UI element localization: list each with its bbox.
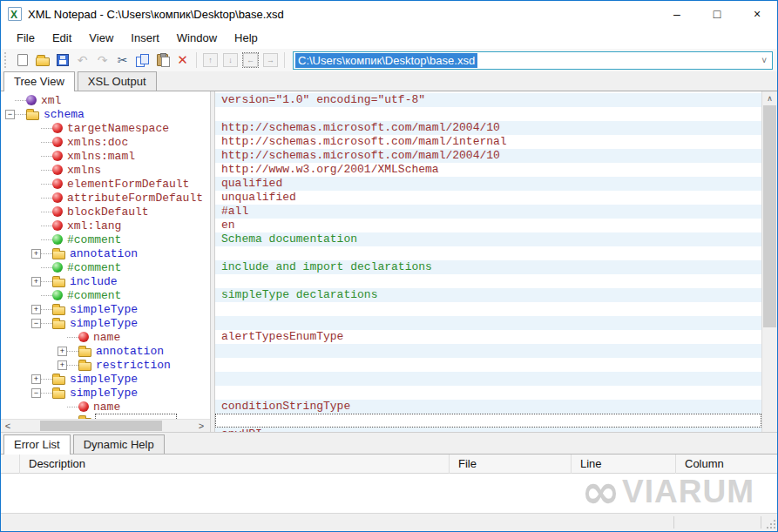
tree-row[interactable]: −simpleType <box>1 386 210 400</box>
tree-row[interactable]: targetNamespace <box>1 121 210 135</box>
scroll-left-icon[interactable]: < <box>1 420 15 432</box>
tree-node-label[interactable]: xmlns <box>67 164 101 177</box>
menu-file[interactable]: File <box>8 28 44 48</box>
scroll-right-icon[interactable]: > <box>194 420 208 432</box>
tab-tree-view[interactable]: Tree View <box>3 71 75 91</box>
tree-row[interactable]: +annotation <box>1 246 210 260</box>
tree-node-label[interactable]: targetNamespace <box>67 122 169 135</box>
tree-node-label[interactable]: elementFormDefault <box>67 178 189 191</box>
value-row[interactable]: conditionStringType <box>215 400 761 414</box>
tree-row[interactable]: blockDefault <box>1 205 210 219</box>
tree-row[interactable]: +simpleType <box>1 372 210 386</box>
value-row[interactable] <box>215 344 761 358</box>
collapse-icon[interactable]: − <box>5 110 15 119</box>
tab-error-list[interactable]: Error List <box>3 434 71 455</box>
value-row[interactable] <box>215 302 761 316</box>
new-button[interactable] <box>12 51 32 70</box>
tree-node-label[interactable]: simpleType <box>70 387 138 400</box>
values-vscroll-thumb[interactable] <box>763 105 776 327</box>
menu-view[interactable]: View <box>80 28 122 48</box>
menu-help[interactable]: Help <box>226 28 267 48</box>
tree-horizontal-scrollbar[interactable]: < > <box>1 419 210 432</box>
column-header-description[interactable]: Description <box>20 455 450 474</box>
tree-row[interactable]: xmlns:maml <box>1 149 210 163</box>
value-row[interactable]: qualified <box>215 177 761 191</box>
column-header-icon[interactable] <box>1 455 20 474</box>
column-header-file[interactable]: File <box>450 455 572 474</box>
value-row[interactable] <box>215 386 761 400</box>
tree-node-label[interactable]: xml <box>41 94 61 107</box>
value-row[interactable] <box>215 316 761 330</box>
tree-node-label[interactable]: name <box>93 331 120 344</box>
menu-insert[interactable]: Insert <box>122 28 168 48</box>
tree-row[interactable]: +restriction <box>1 358 210 372</box>
tree-node-label[interactable]: include <box>70 275 118 288</box>
address-selected-text[interactable]: C:\Users\компик\Desktop\base.xsd <box>295 53 477 68</box>
tab-dynamic-help[interactable]: Dynamic Help <box>73 434 165 454</box>
value-row[interactable] <box>215 274 761 288</box>
value-row[interactable] <box>215 358 761 372</box>
paste-button[interactable] <box>152 51 173 70</box>
title-bar[interactable]: X XML Notepad - C:\Users\компик\Desktop\… <box>1 1 777 27</box>
expand-icon[interactable]: + <box>31 305 41 314</box>
tree-view-panel[interactable]: xml−schematargetNamespacexmlns:docxmlns:… <box>1 91 210 432</box>
tree-node-label[interactable]: #comment <box>67 261 121 274</box>
values-panel[interactable]: version="1.0" encoding="utf-8"http://sch… <box>215 91 761 432</box>
nudge-left-button[interactable]: ← <box>240 51 260 70</box>
tree-node-label[interactable]: annotation <box>70 247 138 260</box>
undo-button[interactable]: ↶ <box>72 51 92 70</box>
tree-node-label[interactable]: simpleType <box>70 303 138 316</box>
nudge-right-button[interactable]: → <box>260 51 281 70</box>
value-row[interactable] <box>215 246 761 260</box>
menu-edit[interactable]: Edit <box>44 28 80 48</box>
expand-icon[interactable]: + <box>31 249 41 259</box>
tab-xsl-output[interactable]: XSL Output <box>78 71 157 91</box>
nudge-up-button[interactable]: ↑ <box>200 51 220 70</box>
expand-icon[interactable]: + <box>31 374 41 384</box>
tree-node-label[interactable]: xml:lang <box>67 219 121 232</box>
tree-node-label[interactable]: xmlns:doc <box>67 136 128 149</box>
value-row[interactable] <box>215 414 761 428</box>
open-button[interactable] <box>32 51 52 70</box>
tree-row[interactable]: +include <box>1 274 210 288</box>
redo-button[interactable]: ↷ <box>92 51 112 70</box>
tree-row[interactable]: −schema <box>1 107 210 121</box>
address-combobox[interactable]: C:\Users\компик\Desktop\base.xsd ˅ <box>293 51 773 70</box>
tree-row[interactable]: xml <box>1 93 210 107</box>
tree-row[interactable]: +annotation <box>1 344 210 358</box>
minimize-button[interactable]: – <box>657 1 697 27</box>
cut-button[interactable]: ✂ <box>112 51 132 70</box>
tree-node-label[interactable]: attributeFormDefault <box>67 192 203 205</box>
tree-node-label[interactable]: xmlns:maml <box>67 150 135 163</box>
chevron-down-icon[interactable]: ˅ <box>756 56 772 65</box>
value-row[interactable]: #all <box>215 205 761 219</box>
value-row[interactable]: simpleType declarations <box>215 288 761 302</box>
tree-node-label[interactable]: simpleType <box>70 317 138 330</box>
column-header-line[interactable]: Line <box>572 455 676 474</box>
value-row[interactable]: version="1.0" encoding="utf-8" <box>215 93 761 107</box>
tree-node-label[interactable]: blockDefault <box>67 205 149 219</box>
tree-row[interactable]: xmlns <box>1 163 210 177</box>
nudge-down-button[interactable]: ↓ <box>220 51 240 70</box>
expand-icon[interactable]: + <box>31 277 41 286</box>
value-row[interactable] <box>215 107 761 121</box>
tree-row[interactable]: attributeFormDefault <box>1 191 210 205</box>
value-row[interactable] <box>215 372 761 386</box>
tree-node-label[interactable]: schema <box>44 108 85 121</box>
collapse-icon[interactable]: − <box>31 319 41 328</box>
close-button[interactable]: × <box>737 1 777 27</box>
value-row[interactable]: unqualified <box>215 191 761 205</box>
tree-row[interactable]: xml:lang <box>1 219 210 232</box>
tree-node-label[interactable]: annotation <box>96 345 164 358</box>
menu-window[interactable]: Window <box>168 28 226 48</box>
tree-node-label[interactable]: restriction <box>96 359 171 372</box>
tree-node-label[interactable]: name <box>93 401 120 414</box>
delete-button[interactable]: ✕ <box>173 51 193 70</box>
value-row[interactable]: http://www.w3.org/2001/XMLSchema <box>215 163 761 177</box>
value-row[interactable]: include and import declarations <box>215 260 761 274</box>
tree-row[interactable]: name <box>1 400 210 414</box>
tree-row[interactable]: #comment <box>1 232 210 246</box>
value-row[interactable]: anyURI <box>215 428 761 432</box>
tree-row[interactable]: −simpleType <box>1 316 210 330</box>
tree-row[interactable]: xmlns:doc <box>1 135 210 149</box>
